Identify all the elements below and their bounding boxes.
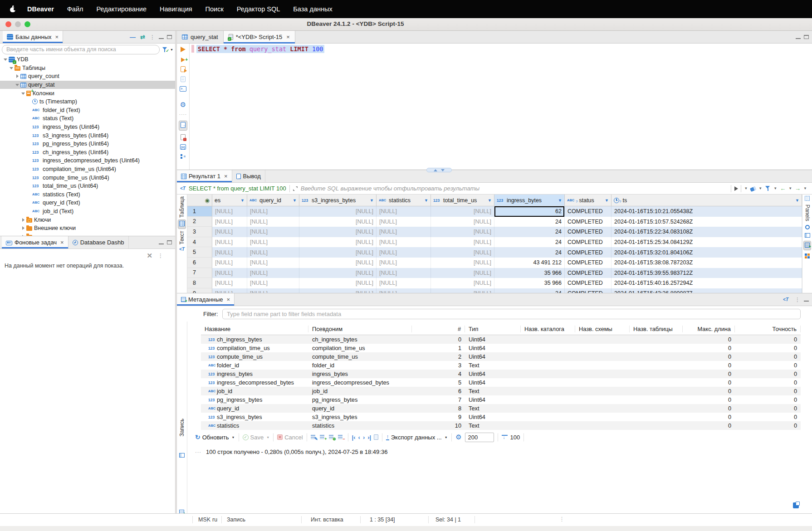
tab-metadata[interactable]: Метаданные × (177, 293, 235, 306)
cell-total_time_us[interactable]: [NULL] (431, 247, 494, 258)
text-presentation-icon[interactable]: <T (179, 247, 185, 252)
close-icon[interactable]: × (224, 173, 228, 180)
grid-presentation-label[interactable]: Таблица (179, 196, 185, 218)
meta-column-header-6[interactable]: Назв. схемы (575, 326, 630, 332)
cell-status[interactable]: COMPLETED (565, 247, 611, 258)
metadata-panel-selected[interactable] (804, 241, 811, 250)
cell-status[interactable]: COMPLETED (565, 258, 611, 268)
metadata-filter-input[interactable] (222, 309, 801, 319)
tree-chevron-icon[interactable] (20, 225, 26, 231)
cell-query_id[interactable]: [NULL] (247, 206, 299, 217)
menu-item-1[interactable]: DBeaver (27, 5, 54, 13)
menu-item-4[interactable]: Навигация (160, 5, 192, 13)
tree-item[interactable]: ABCjob_id (Text) (0, 207, 175, 216)
gear-icon[interactable]: ⚙ (455, 434, 462, 440)
filters-menu-icon[interactable] (765, 185, 771, 191)
previous-row-icon[interactable]: ‹ (358, 434, 360, 441)
meta-row[interactable]: 123compilation_time_uscompilation_time_u… (201, 344, 801, 352)
cell-status[interactable]: COMPLETED (565, 237, 611, 248)
cell-statistics[interactable]: [NULL] (377, 247, 431, 258)
value-viewer-icon[interactable] (805, 225, 810, 229)
cell-es[interactable]: [NULL] (212, 206, 247, 217)
cell-statistics[interactable]: [NULL] (377, 288, 431, 293)
problems-doc-icon[interactable] (181, 134, 186, 140)
cell-s3_ingress_bytes[interactable]: [NULL] (299, 247, 377, 258)
column-header-es[interactable]: es▼ (212, 195, 247, 206)
tree-item[interactable]: 123pg_ingress_bytes (Uint64) (0, 140, 175, 148)
minimize-panel-icon[interactable] (159, 38, 164, 39)
tree-item[interactable]: 123ingress_decompressed_bytes (Uint64) (0, 156, 175, 165)
cell-ingress_bytes[interactable]: 24 (494, 288, 565, 293)
table-row[interactable]: 7[NULL][NULL][NULL][NULL][NULL]35 966COM… (187, 268, 802, 278)
record-mode-icon[interactable] (179, 453, 185, 458)
meta-row[interactable]: 123ch_ingress_bytesch_ingress_bytes0Uint… (201, 335, 801, 344)
sort-dropdown-icon[interactable]: ▼ (557, 198, 562, 203)
column-header-ingress_bytes[interactable]: 123ingress_bytes▼ (494, 195, 565, 206)
cell-ingress_bytes[interactable]: 24 (494, 217, 565, 227)
calc-panel-icon[interactable] (805, 253, 810, 258)
first-row-icon[interactable]: |‹ (352, 434, 356, 441)
row-number[interactable]: 5 (187, 247, 212, 258)
column-header-status[interactable]: ABC?status▼ (565, 195, 611, 206)
tab-sql-script[interactable]: ✓ *<YDB> Script-15 × (223, 31, 295, 44)
meta-row[interactable]: 123s3_ingress_bytess3_ingress_bytes9Uint… (201, 413, 801, 421)
tree-item[interactable]: 123compilation_time_us (Uint64) (0, 165, 175, 174)
cell-total_time_us[interactable]: [NULL] (431, 206, 494, 217)
cell-ts[interactable]: 2024-01-16T15:22:34.083108Z (611, 227, 802, 237)
cell-statistics[interactable]: [NULL] (377, 217, 431, 227)
tree-item[interactable]: ABCquery_id (Text) (0, 199, 175, 207)
cell-statistics[interactable]: [NULL] (377, 258, 431, 268)
sort-dropdown-icon[interactable]: ▼ (239, 198, 245, 203)
cell-s3_ingress_bytes[interactable]: [NULL] (299, 227, 377, 237)
cell-es[interactable]: [NULL] (212, 278, 247, 288)
grid-corner-cell[interactable]: ◉ (187, 195, 212, 206)
dropdown-icon[interactable]: ▼ (232, 436, 235, 439)
close-icon[interactable]: × (286, 34, 290, 40)
sort-dropdown-icon[interactable]: ▼ (794, 198, 799, 203)
execute-statement-icon[interactable] (181, 47, 186, 52)
row-number[interactable]: 3 (187, 227, 212, 237)
meta-column-header-8[interactable]: Макс. длина (683, 326, 735, 332)
tree-item[interactable]: +Колонки (0, 89, 175, 97)
cell-statistics[interactable]: [NULL] (377, 227, 431, 237)
page-size-input[interactable] (465, 433, 494, 442)
sql-console-icon[interactable] (180, 86, 186, 92)
splitter-collapse-control[interactable] (426, 168, 452, 172)
cell-s3_ingress_bytes[interactable]: [NULL] (299, 237, 377, 248)
table-row[interactable]: 6[NULL][NULL][NULL][NULL][NULL]43 491 21… (187, 258, 802, 268)
meta-column-header-7[interactable]: Назв. таблицы (630, 326, 683, 332)
cell-query_id[interactable]: [NULL] (247, 237, 299, 248)
cell-ingress_bytes[interactable]: 24 (494, 247, 565, 258)
table-row[interactable]: 9[NULL][NULL][NULL][NULL][NULL]24COMPLET… (187, 288, 802, 293)
collapse-up-icon[interactable] (434, 169, 437, 171)
tree-item[interactable]: 123s3_ingress_bytes (Uint64) (0, 131, 175, 140)
cell-query_id[interactable]: [NULL] (247, 247, 299, 258)
cell-es[interactable]: [NULL] (212, 227, 247, 237)
cell-es[interactable]: [NULL] (212, 217, 247, 227)
meta-row[interactable]: ABCquery_idquery_id8Text00 (201, 404, 801, 413)
meta-column-header-2[interactable]: Псевдоним (308, 326, 412, 332)
save-button[interactable]: ✓ Save ▼ (243, 434, 270, 441)
menu-item-2[interactable]: Файл (67, 5, 83, 13)
column-header-s3_ingress_bytes[interactable]: 123s3_ingress_bytes▼ (299, 195, 377, 206)
tab-databases[interactable]: Базы данных × (3, 31, 63, 43)
cell-total_time_us[interactable]: [NULL] (431, 217, 494, 227)
tree-item[interactable]: query_count (0, 72, 175, 81)
tree-item[interactable]: 123compute_time_us (Uint64) (0, 173, 175, 182)
tree-item[interactable]: Ключи (0, 215, 175, 224)
cancel-operation-icon[interactable]: ✕ (147, 252, 152, 260)
sql-editor-body[interactable]: SELECT * from query_stat LIMIT 100 (190, 44, 812, 170)
column-header-ts[interactable]: ?ts▼ (611, 195, 802, 206)
tree-item[interactable]: ✓YDB (0, 55, 175, 64)
cell-statistics[interactable]: [NULL] (377, 268, 431, 278)
table-row[interactable]: 8[NULL][NULL][NULL][NULL][NULL]35 966COM… (187, 278, 802, 288)
maximize-panel-icon[interactable] (167, 35, 172, 39)
cell-es[interactable]: [NULL] (212, 268, 247, 278)
row-number[interactable]: 8 (187, 278, 212, 288)
tree-item[interactable]: query_stat (0, 81, 175, 89)
tree-item[interactable]: ABCstatus (Text) (0, 114, 175, 123)
sort-dropdown-icon[interactable]: ▼ (291, 198, 297, 203)
grid-presentation-selected[interactable] (178, 220, 186, 229)
output-toggle-selected[interactable] (179, 121, 187, 130)
cell-ingress_bytes[interactable]: 35 966 (494, 268, 565, 278)
